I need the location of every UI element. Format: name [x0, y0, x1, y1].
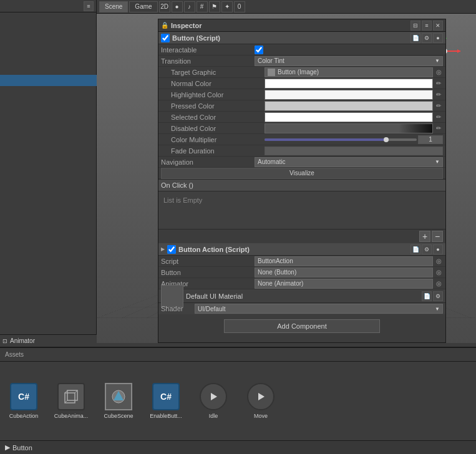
material-section: Default UI Material 📄 ⚙ Shader UI/Defaul… [158, 289, 445, 314]
list-item[interactable]: C# EnableButt... [147, 383, 185, 419]
interactable-value [255, 46, 443, 54]
list-item[interactable]: CubeAnima... [52, 383, 90, 419]
button-component-header[interactable]: Button (Script) 📄 ⚙ ● [158, 32, 445, 44]
menu-icon[interactable]: ≡ [422, 21, 432, 31]
disabled-color-field[interactable] [265, 123, 433, 133]
disabled-color-value: ✏ [265, 123, 443, 133]
scene-tab[interactable]: Scene [99, 1, 128, 12]
material-gear-icon[interactable]: ⚙ [433, 291, 443, 301]
transition-row: Transition Color Tint ▼ [158, 56, 445, 67]
2d-toggle[interactable]: 2D [159, 1, 170, 12]
visualize-button[interactable]: Visualize [161, 168, 443, 179]
button-ref-field[interactable]: None (Button) [255, 268, 433, 278]
navigation-dropdown[interactable]: Automatic ▼ [255, 157, 443, 167]
component-script-icon[interactable]: 📄 [410, 33, 420, 43]
add-component-button[interactable]: Add Component [224, 319, 380, 333]
color-multiplier-thumb[interactable] [384, 137, 389, 142]
color-multiplier-track [265, 138, 417, 141]
visualize-row: Visualize [158, 168, 445, 179]
material-name: Default UI Material [186, 292, 243, 300]
navigation-label: Navigation [161, 158, 255, 166]
button-action-checkbox[interactable] [167, 245, 176, 254]
left-toolbar: ≡ [0, 0, 96, 12]
color-multiplier-fill [265, 138, 386, 141]
interactable-checkbox[interactable] [255, 46, 263, 54]
flag-icon[interactable]: ⚑ [209, 1, 220, 12]
asset-label: EnableButt... [150, 413, 182, 419]
color-multiplier-input[interactable]: 1 [418, 135, 443, 144]
normal-color-picker[interactable]: ✏ [434, 79, 443, 88]
selected-color-label: Selected Color [171, 114, 265, 121]
animator-ref-field[interactable]: None (Animator) [255, 279, 433, 289]
onclick-body: List is Empty [158, 191, 445, 229]
layers-icon[interactable]: 0 [234, 1, 245, 12]
selected-color-value: ✏ [265, 112, 443, 122]
component-header-icons: 📄 ⚙ ● [410, 33, 443, 43]
menu-icon[interactable]: ≡ [84, 1, 94, 11]
list-item[interactable]: Idle [195, 383, 232, 419]
asset-label: CubeScene [104, 413, 133, 419]
selected-color-row: Selected Color ✏ [158, 112, 445, 123]
pressed-color-row: Pressed Color ✏ [158, 100, 445, 112]
material-preview [161, 285, 183, 307]
list-item[interactable]: C# CubeAction [5, 383, 42, 419]
viewport-toolbar: Scene Game 2D ● ♪ # ⚑ ✦ 0 [97, 0, 476, 14]
target-graphic-picker[interactable]: ◎ [434, 68, 443, 77]
color-multiplier-label: Color Multiplier [171, 136, 265, 143]
material-settings-icon[interactable]: 📄 [422, 291, 432, 301]
list-item[interactable]: Move [242, 383, 279, 419]
grid-icon[interactable]: # [197, 1, 208, 12]
lock-icon[interactable]: ⊟ [410, 21, 420, 31]
onclick-header: On Click () [158, 179, 445, 191]
inspector-scroll[interactable]: Button (Script) 📄 ⚙ ● Interactable Trans… [158, 32, 445, 342]
highlighted-color-picker[interactable]: ✏ [434, 90, 443, 99]
target-graphic-field[interactable]: Button (Image) [265, 67, 433, 77]
selected-color-picker[interactable]: ✏ [434, 113, 443, 122]
pressed-color-picker[interactable]: ✏ [434, 102, 443, 110]
idle-play-icon [200, 383, 227, 410]
game-tab[interactable]: Game [129, 1, 157, 12]
add-event-button[interactable]: + [419, 231, 430, 242]
inspector-header: 🔒 Inspector ⊟ ≡ ✕ [158, 19, 445, 32]
button-ref-value: None (Button) ◎ [255, 268, 443, 278]
button-script-title: Button (Script) [172, 34, 220, 42]
animator-panel[interactable]: ⊡ Animator [0, 334, 97, 347]
animator-ref-picker[interactable]: ◎ [434, 279, 443, 288]
shader-dropdown[interactable]: UI/Default ▼ [195, 304, 443, 314]
comp2-settings-icon[interactable]: ⚙ [422, 244, 432, 254]
disabled-color-picker[interactable]: ✏ [434, 124, 443, 133]
button-action-header[interactable]: ▶ Button Action (Script) 📄 ⚙ ● [158, 243, 445, 256]
normal-color-field[interactable] [265, 79, 433, 89]
transition-dropdown[interactable]: Color Tint ▼ [255, 56, 443, 66]
transition-label: Transition [161, 57, 255, 65]
list-item[interactable]: CubeScene [100, 383, 137, 419]
button-ref-picker[interactable]: ◎ [434, 268, 443, 277]
script-picker[interactable]: ◎ [434, 257, 443, 266]
highlighted-color-label: Highlighted Color [171, 91, 265, 99]
pressed-color-field[interactable] [265, 101, 433, 111]
fade-duration-input[interactable]: 0.1 [265, 147, 443, 155]
button-enable-checkbox[interactable] [161, 34, 170, 42]
enable-cs-icon: C# [152, 383, 180, 410]
sphere-icon[interactable]: ● [172, 1, 183, 12]
script-field[interactable]: ButtonAction [255, 256, 433, 266]
asset-label: Move [254, 413, 268, 419]
material-icons: 📄 ⚙ [422, 291, 443, 301]
cs-cube-icon [57, 383, 85, 410]
fx-icon[interactable]: ✦ [221, 1, 233, 12]
comp2-gear-icon[interactable]: ● [433, 244, 443, 254]
close-icon[interactable]: ✕ [433, 21, 443, 31]
comp2-script-icon[interactable]: 📄 [410, 244, 420, 254]
assets-content: C# CubeAction CubeAnima... [0, 362, 476, 440]
highlighted-color-field[interactable] [265, 90, 433, 100]
selected-color-field[interactable] [265, 112, 433, 122]
speaker-icon[interactable]: ♪ [184, 1, 195, 12]
component-gear-icon[interactable]: ● [433, 33, 443, 43]
cube-anima-icon [57, 383, 85, 410]
navigation-row: Navigation Automatic ▼ [158, 157, 445, 168]
script-value: ButtonAction ◎ [255, 256, 443, 266]
inspector-panel: 🔒 Inspector ⊟ ≡ ✕ Button (Script) 📄 ⚙ ● … [158, 19, 446, 343]
component-settings-icon[interactable]: ⚙ [422, 33, 432, 43]
transition-value: Color Tint ▼ [255, 56, 443, 66]
remove-event-button[interactable]: − [432, 231, 443, 242]
